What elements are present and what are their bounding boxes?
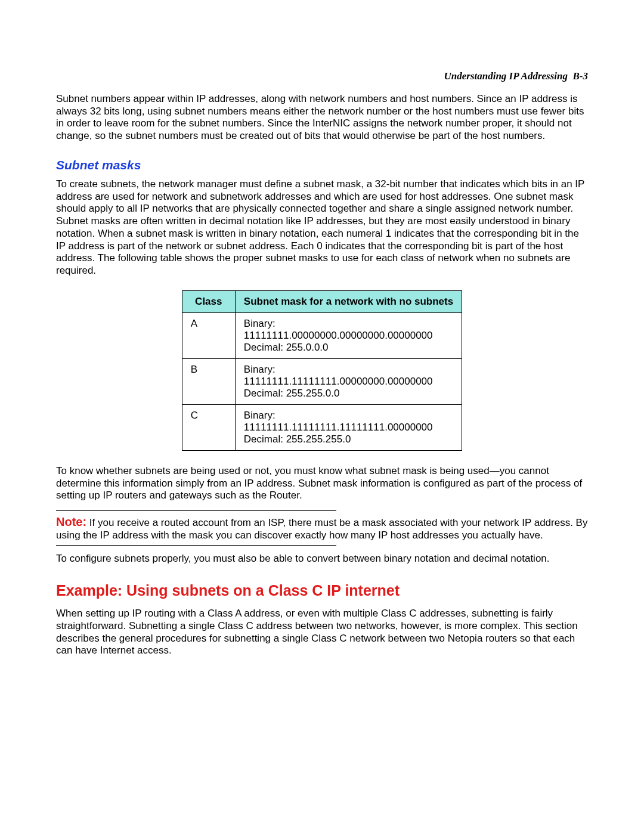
subnet-mask-table: Class Subnet mask for a network with no … — [182, 290, 462, 451]
table-row: B Binary: 11111111.11111111.00000000.000… — [182, 358, 462, 404]
cell-mask: Binary: 11111111.11111111.00000000.00000… — [235, 358, 462, 404]
table-header-class: Class — [182, 290, 235, 312]
binary-label: Binary: — [244, 364, 275, 375]
heading-subnet-masks: Subnet masks — [56, 158, 588, 172]
note-block: Note: If you receive a routed account fr… — [56, 510, 588, 546]
note-paragraph: Note: If you receive a routed account fr… — [56, 515, 588, 541]
decimal-value: Decimal: 255.255.0.0 — [244, 388, 340, 399]
note-label: Note: — [56, 515, 86, 528]
note-rule-top — [56, 510, 336, 511]
binary-label: Binary: — [244, 318, 275, 329]
intro-paragraph: Subnet numbers appear within IP addresse… — [56, 93, 588, 143]
note-body: If you receive a routed account from an … — [56, 517, 587, 541]
page: Understanding IP Addressing B-3 Subnet n… — [0, 0, 644, 833]
running-header: Understanding IP Addressing B-3 — [56, 70, 588, 82]
after-note-paragraph: To configure subnets properly, you must … — [56, 553, 588, 565]
header-page: B-3 — [573, 70, 589, 82]
table-row: C Binary: 11111111.11111111.11111111.000… — [182, 404, 462, 450]
subnet-paragraph: To create subnets, the network manager m… — [56, 178, 588, 277]
after-table-paragraph: To know whether subnets are being used o… — [56, 465, 588, 502]
cell-mask: Binary: 11111111.11111111.11111111.00000… — [235, 404, 462, 450]
table-header-row: Class Subnet mask for a network with no … — [182, 290, 462, 312]
decimal-value: Decimal: 255.0.0.0 — [244, 342, 329, 353]
binary-value: 11111111.00000000.00000000.00000000 — [244, 330, 433, 341]
binary-label: Binary: — [244, 410, 275, 421]
heading-example: Example: Using subnets on a Class C IP i… — [56, 582, 588, 599]
cell-class: B — [182, 358, 235, 404]
binary-value: 11111111.11111111.11111111.00000000 — [244, 422, 433, 433]
cell-class: C — [182, 404, 235, 450]
example-paragraph: When setting up IP routing with a Class … — [56, 608, 588, 657]
table-row: A Binary: 11111111.00000000.00000000.000… — [182, 312, 462, 358]
cell-mask: Binary: 11111111.00000000.00000000.00000… — [235, 312, 462, 358]
note-rule-bottom — [56, 545, 336, 546]
header-title: Understanding IP Addressing — [444, 70, 568, 82]
table-header-mask: Subnet mask for a network with no subnet… — [235, 290, 462, 312]
cell-class: A — [182, 312, 235, 358]
decimal-value: Decimal: 255.255.255.0 — [244, 433, 351, 445]
binary-value: 11111111.11111111.00000000.00000000 — [244, 376, 433, 387]
